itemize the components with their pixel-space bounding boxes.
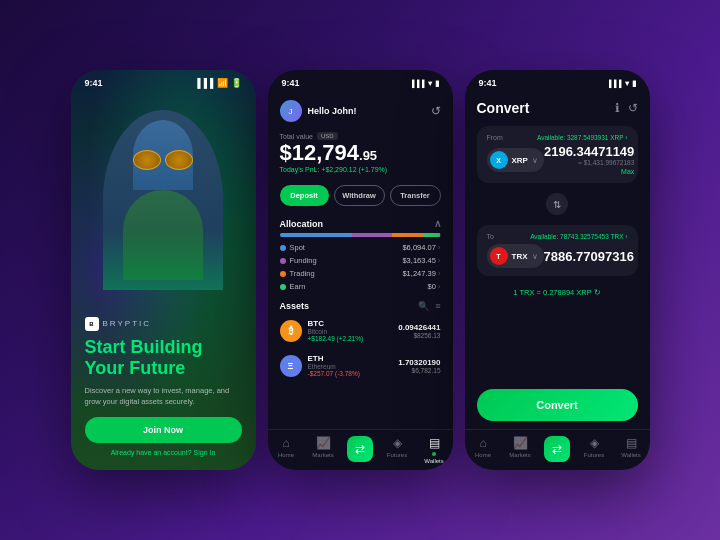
hero-image xyxy=(71,92,256,309)
btc-pnl: +$182.49 (+2.21%) xyxy=(308,335,364,342)
search-icon[interactable]: 🔍 xyxy=(418,301,429,311)
currency-badge[interactable]: USD xyxy=(317,132,338,140)
alloc-item-funding: Funding $3,163.45› xyxy=(280,254,441,267)
signal-icon: ▐▐▐ xyxy=(194,78,213,88)
brand-name: BRYPTIC xyxy=(103,319,152,328)
bottom-nav-2: ⌂ Home 📈 Markets ⇄ ◈ Futures ▤ Wallets xyxy=(268,429,453,470)
wifi-icon: 📶 xyxy=(217,78,228,88)
balance-amount: $12,794.95 xyxy=(280,142,441,164)
convert-header-icons: ℹ ↺ xyxy=(615,101,638,115)
alloc-item-trading: Trading $1,247.39› xyxy=(280,267,441,280)
balance-section: Total value USD $12,794.95 Today's PnL: … xyxy=(268,128,453,181)
signal-icon-2: ▐▐▐ xyxy=(410,80,425,87)
home-icon-3: ⌂ xyxy=(479,436,486,450)
markets-icon-3: 📈 xyxy=(513,436,528,450)
headline: Start Building Your Future xyxy=(85,337,242,380)
nav-wallets-2[interactable]: ▤ Wallets xyxy=(416,436,453,466)
landing-bottom: B BRYPTIC Start Building Your Future Dis… xyxy=(71,309,256,470)
nav-futures-3[interactable]: ◈ Futures xyxy=(576,436,613,466)
alloc-item-spot: Spot $6,094.07› xyxy=(280,241,441,254)
nav-markets-2[interactable]: 📈 Markets xyxy=(305,436,342,466)
asset-btc[interactable]: ₿ BTC Bitcoin +$182.49 (+2.21%) 0.094264… xyxy=(268,313,453,348)
from-amount[interactable]: 2196.34471149 xyxy=(544,145,634,158)
nav-convert-3[interactable]: ⇄ xyxy=(539,436,576,466)
to-label: To Available: 78743.32575453 TRX › xyxy=(487,233,628,240)
transfer-button[interactable]: Transfer xyxy=(390,185,441,206)
convert-from-section: From Available: 3287.5493931 XRP › X XRP… xyxy=(477,126,638,183)
from-chevron: ∨ xyxy=(532,156,538,165)
wifi-icon-2: ▾ xyxy=(428,79,432,88)
allocation-bar xyxy=(280,233,441,237)
convert-title: Convert xyxy=(477,100,530,116)
from-crypto-selector[interactable]: X XRP ∨ xyxy=(487,148,544,172)
swap-divider: ⇅ xyxy=(465,187,650,221)
nav-home-3[interactable]: ⌂ Home xyxy=(465,436,502,466)
to-row: T TRX ∨ 7886.77097316 xyxy=(487,244,628,268)
eth-fullname: Ethereum xyxy=(308,363,360,370)
time-1: 9:41 xyxy=(85,78,103,88)
sub-text: Discover a new way to invest, manage, an… xyxy=(85,386,242,407)
deposit-button[interactable]: Deposit xyxy=(280,185,329,206)
trx-icon: T xyxy=(490,247,508,265)
history-icon[interactable]: ↺ xyxy=(431,104,441,118)
status-icons-2: ▐▐▐ ▾ ▮ xyxy=(410,79,439,88)
status-icons-1: ▐▐▐ 📶 🔋 xyxy=(194,78,241,88)
convert-button[interactable]: Convert xyxy=(477,389,638,421)
collapse-icon[interactable]: ∧ xyxy=(434,218,441,229)
from-row: X XRP ∨ 2196.34471149 ≈ $1,431.99672183 … xyxy=(487,145,628,175)
status-icons-3: ▐▐▐ ▾ ▮ xyxy=(607,79,636,88)
history-icon-3[interactable]: ↺ xyxy=(628,101,638,115)
brand-logo: B BRYPTIC xyxy=(85,317,242,331)
swap-icon[interactable]: ⇅ xyxy=(546,193,568,215)
btc-amount: 0.09426441 xyxy=(398,323,440,332)
refresh-rate-icon[interactable]: ↻ xyxy=(594,288,601,297)
to-crypto-selector[interactable]: T TRX ∨ xyxy=(487,244,544,268)
eth-usd: $6,782.15 xyxy=(398,367,440,374)
nav-convert-2[interactable]: ⇄ xyxy=(342,436,379,466)
bottom-nav-3: ⌂ Home 📈 Markets ⇄ ◈ Futures ▤ Wallets xyxy=(465,429,650,470)
action-buttons: Deposit Withdraw Transfer xyxy=(268,181,453,214)
header-left: J Hello John! xyxy=(280,100,357,122)
from-amount-display: 2196.34471149 ≈ $1,431.99672183 Max xyxy=(544,145,634,175)
to-amount-display: 7886.77097316 xyxy=(544,250,634,263)
status-bar-2: 9:41 ▐▐▐ ▾ ▮ xyxy=(268,70,453,92)
to-crypto-name: TRX xyxy=(512,252,528,261)
signin-prompt: Already have an account? Sign In xyxy=(85,449,242,456)
status-bar-1: 9:41 ▐▐▐ 📶 🔋 xyxy=(71,70,256,92)
eth-amount: 1.70320190 xyxy=(398,358,440,367)
filter-icon[interactable]: ≡ xyxy=(435,301,440,311)
pnl-today: Today's PnL: +$2,290.12 (+1.79%) xyxy=(280,166,441,173)
join-button[interactable]: Join Now xyxy=(85,417,242,443)
from-available: Available: 3287.5493931 XRP › xyxy=(537,134,627,141)
asset-eth[interactable]: Ξ ETH Ethereum -$257.07 (-3.78%) 1.70320… xyxy=(268,348,453,383)
futures-icon-3: ◈ xyxy=(590,436,599,450)
battery-icon-2: ▮ xyxy=(435,79,439,88)
greeting: Hello John! xyxy=(308,106,357,116)
wallet-icon-3: ▤ xyxy=(626,436,637,450)
max-button[interactable]: Max xyxy=(544,168,634,175)
eth-pnl: -$257.07 (-3.78%) xyxy=(308,370,360,377)
phone-landing: 9:41 ▐▐▐ 📶 🔋 B BRYP xyxy=(71,70,256,470)
wallet-icon-2: ▤ xyxy=(429,436,440,450)
to-amount[interactable]: 7886.77097316 xyxy=(544,250,634,263)
portfolio-inner: 9:41 ▐▐▐ ▾ ▮ J Hello John! ↺ Total value… xyxy=(268,70,453,470)
alloc-trading xyxy=(392,233,424,237)
info-icon[interactable]: ℹ xyxy=(615,101,620,115)
home-icon-2: ⌂ xyxy=(282,436,289,450)
nav-markets-3[interactable]: 📈 Markets xyxy=(502,436,539,466)
nav-wallets-3[interactable]: ▤ Wallets xyxy=(613,436,650,466)
from-sub: ≈ $1,431.99672183 xyxy=(544,159,634,166)
person-silhouette xyxy=(103,110,223,290)
btc-usd: $8256.13 xyxy=(398,332,440,339)
btc-symbol: BTC xyxy=(308,319,364,328)
nav-futures-2[interactable]: ◈ Futures xyxy=(379,436,416,466)
nav-home-2[interactable]: ⌂ Home xyxy=(268,436,305,466)
phone-portfolio: 9:41 ▐▐▐ ▾ ▮ J Hello John! ↺ Total value… xyxy=(268,70,453,470)
convert-nav-btn-3[interactable]: ⇄ xyxy=(544,436,570,462)
allocation-title: Allocation ∧ xyxy=(268,214,453,233)
balance-label: Total value USD xyxy=(280,132,441,140)
glasses-decoration xyxy=(133,150,193,170)
from-label: From Available: 3287.5493931 XRP › xyxy=(487,134,628,141)
convert-nav-btn-2[interactable]: ⇄ xyxy=(347,436,373,462)
withdraw-button[interactable]: Withdraw xyxy=(334,185,385,206)
